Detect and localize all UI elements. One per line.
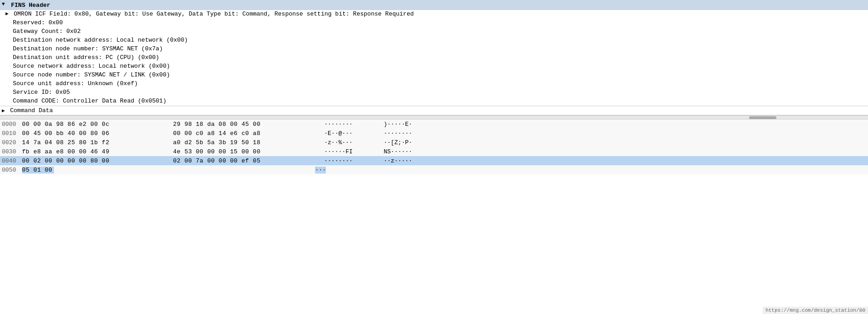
hex-row-0000: 0000 00 00 0a 98 86 e2 00 0c 29 98 18 da… — [0, 119, 868, 129]
hex-bytes-right-0010: 00 00 c0 a8 14 e6 c0 a8 — [173, 130, 310, 137]
horizontal-scrollbar[interactable] — [0, 116, 868, 119]
hex-bytes-right-0040: 02 00 7a 00 00 00 ef 05 — [173, 157, 310, 164]
fins-header-title-row[interactable]: ▼ FINS Header — [0, 0, 868, 10]
detail-text-src-net: Source network address: Local network (0… — [13, 63, 170, 70]
hex-bytes-right-0030: 4e 53 00 00 00 15 00 00 — [173, 148, 310, 155]
detail-text-src-unit: Source unit address: Unknown (0xef) — [13, 80, 138, 87]
scrollbar-thumb[interactable] — [749, 116, 776, 119]
detail-text-src-node: Source node number: SYSMAC NET / LINK (0… — [13, 71, 170, 78]
hex-bytes-right-0020: a0 d2 5b 5a 3b 19 50 18 — [173, 139, 310, 146]
hex-bytes-right-0000: 29 98 18 da 08 00 45 00 — [173, 121, 310, 128]
main-panel: ▼ FINS Header ▶ OMRON ICF Field: 0x80, G… — [0, 0, 868, 174]
detail-row-dest-net: Destination network address: Local netwo… — [0, 36, 868, 45]
hex-offset-0030: 0030 — [2, 148, 20, 155]
hex-ascii-left-0020: ·z··%··· — [324, 139, 384, 146]
detail-text-service-id: Service ID: 0x05 — [13, 89, 70, 96]
hex-bytes-left-0030: fb e8 aa e8 00 00 46 49 — [22, 148, 159, 155]
hex-row-0020: 0020 14 7a 04 08 25 80 1b f2 a0 d2 5b 5a… — [0, 138, 868, 147]
hex-bytes-left-0040: 00 02 00 00 00 00 80 00 — [22, 157, 159, 164]
hex-dump-section: 0000 00 00 0a 98 86 e2 00 0c 29 98 18 da… — [0, 115, 868, 174]
hex-ascii-left-0040: ········ — [324, 157, 384, 164]
hex-ascii-right-0030: NS······ — [384, 148, 443, 155]
hex-row-0050: 0050 05 01 00 ··· — [0, 165, 868, 174]
hex-bytes-left-0010: 00 45 00 bb 40 00 80 06 — [22, 130, 159, 137]
hex-ascii-right-0040: ··z····· — [384, 157, 443, 164]
fins-header-title: FINS Header — [11, 2, 50, 9]
command-data-row[interactable]: ▶ Command Data — [0, 106, 868, 115]
hex-ascii-left-0030: ······FI — [324, 148, 384, 155]
detail-row-gateway-count: Gateway Count: 0x02 — [0, 27, 868, 36]
hex-ascii-right-0000: )·····E· — [384, 121, 443, 128]
detail-row-src-net: Source network address: Local network (0… — [0, 62, 868, 71]
detail-row-icf[interactable]: ▶ OMRON ICF Field: 0x80, Gateway bit: Us… — [0, 10, 868, 19]
expand-arrow-icf[interactable]: ▶ — [5, 11, 12, 16]
detail-text-reserved: Reserved: 0x00 — [13, 19, 63, 26]
detail-row-service-id: Service ID: 0x05 — [0, 88, 868, 97]
detail-text-gateway-count: Gateway Count: 0x02 — [13, 28, 81, 35]
detail-text-dest-net: Destination network address: Local netwo… — [13, 37, 188, 43]
detail-text-icf: OMRON ICF Field: 0x80, Gateway bit: Use … — [14, 11, 414, 17]
status-bar: https://mng.com/design_station/80 — [763, 307, 868, 314]
hex-ascii-left-0010: ·E··@··· — [324, 130, 384, 137]
hex-offset-0040: 0040 — [2, 157, 20, 164]
detail-row-dest-node: Destination node number: SYSMAC NET (0x7… — [0, 45, 868, 54]
hex-offset-0020: 0020 — [2, 139, 20, 146]
detail-text-command-code: Command CODE: Controller Data Read (0x05… — [13, 97, 166, 104]
status-text: https://mng.com/design_station/80 — [765, 308, 865, 313]
detail-row-dest-unit: Destination unit address: PC (CPU) (0x00… — [0, 54, 868, 62]
detail-row-src-unit: Source unit address: Unknown (0xef) — [0, 80, 868, 88]
collapse-arrow[interactable]: ▼ — [2, 1, 9, 9]
hex-offset-0000: 0000 — [2, 121, 20, 128]
hex-offset-0050: 0050 — [2, 167, 20, 173]
hex-ascii-right-0010: ········ — [384, 130, 443, 137]
detail-row-command-code: Command CODE: Controller Data Read (0x05… — [0, 97, 868, 106]
detail-text-dest-unit: Destination unit address: PC (CPU) (0x00… — [13, 54, 159, 61]
detail-text-dest-node: Destination node number: SYSMAC NET (0x7… — [13, 45, 163, 52]
fins-header-section: ▼ FINS Header ▶ OMRON ICF Field: 0x80, G… — [0, 0, 868, 115]
detail-row-src-node: Source node number: SYSMAC NET / LINK (0… — [0, 71, 868, 80]
hex-row-0010: 0010 00 45 00 bb 40 00 80 06 00 00 c0 a8… — [0, 129, 868, 138]
command-data-label: Command Data — [10, 107, 53, 114]
expand-arrow-command[interactable]: ▶ — [2, 108, 8, 114]
hex-ascii-right-0020: ··[Z;·P· — [384, 139, 443, 146]
hex-bytes-left-0050: 05 01 00 — [22, 167, 54, 173]
hex-bytes-left-0020: 14 7a 04 08 25 80 1b f2 — [22, 139, 159, 146]
hex-offset-0010: 0010 — [2, 130, 20, 137]
detail-row-reserved: Reserved: 0x00 — [0, 19, 868, 27]
hex-bytes-left-0000: 00 00 0a 98 86 e2 00 0c — [22, 121, 159, 128]
hex-ascii-left-0050: ··· — [315, 167, 326, 173]
fins-header-details: ▶ OMRON ICF Field: 0x80, Gateway bit: Us… — [0, 10, 868, 106]
hex-ascii-left-0000: ········ — [324, 121, 384, 128]
hex-row-0040: 0040 00 02 00 00 00 00 80 00 02 00 7a 00… — [0, 156, 868, 165]
hex-row-0030: 0030 fb e8 aa e8 00 00 46 49 4e 53 00 00… — [0, 147, 868, 156]
